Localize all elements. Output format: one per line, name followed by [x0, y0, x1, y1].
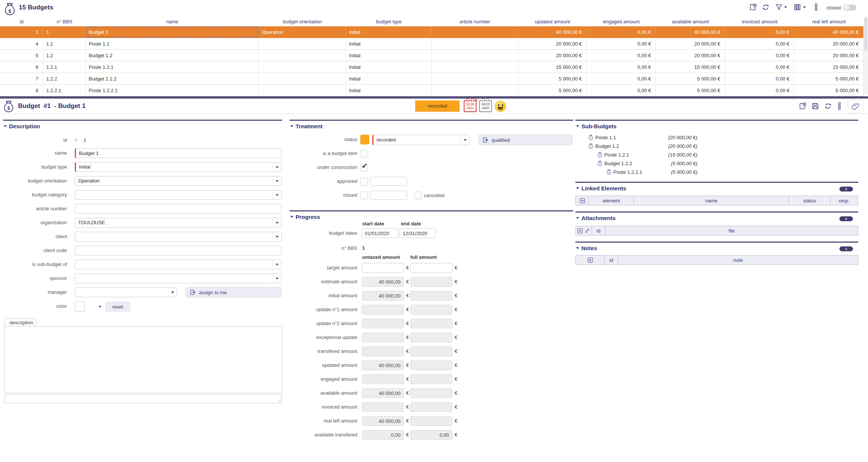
select-dropdown[interactable] — [273, 274, 281, 283]
untaxed-amount-input[interactable]: 0,00 — [362, 430, 404, 440]
full-amount-input[interactable]: 0,00 — [410, 430, 452, 440]
full-amount-input[interactable] — [410, 319, 452, 328]
cell-engaged-amount[interactable]: 0,00 € — [587, 38, 656, 49]
refresh-button[interactable] — [762, 3, 770, 11]
cell-engaged-amount[interactable]: 0,00 € — [587, 85, 656, 96]
cell-budget-type[interactable]: Initial — [346, 26, 432, 38]
sub-budget-item[interactable]: $Poste 1.1(20 000,00 €) — [588, 133, 859, 141]
cell-bbs[interactable]: 1 — [43, 26, 86, 38]
column-header-available[interactable]: available amount — [656, 19, 725, 24]
cell-article-number[interactable] — [432, 85, 518, 96]
untaxed-amount-input[interactable] — [362, 263, 404, 273]
cell-real-left-amount[interactable]: 5 000,00 € — [794, 85, 863, 96]
cell-name[interactable]: Budget 1.2 — [86, 50, 259, 61]
status-select[interactable]: recorded — [372, 135, 470, 145]
column-header-file[interactable]: file — [605, 226, 858, 236]
cell-budget-orientation[interactable] — [259, 61, 346, 73]
detail-menu-button[interactable] — [838, 102, 842, 110]
collapse-icon[interactable] — [290, 216, 293, 218]
start-date-input[interactable]: 01/01/2020 — [361, 228, 398, 238]
client-code-input[interactable] — [75, 246, 282, 255]
full-amount-input[interactable] — [410, 388, 452, 398]
cell-name[interactable]: Budget 1.2.2 — [86, 73, 259, 84]
cell-budget-orientation[interactable] — [259, 38, 346, 49]
cell-budget-type[interactable]: Initial — [346, 50, 432, 61]
cell-article-number[interactable] — [432, 38, 518, 49]
columns-button[interactable] — [793, 3, 801, 11]
closed-date-input[interactable] — [370, 191, 407, 200]
table-row[interactable]: 41.1Poste 1.1Initial20 000,00 €0,00 €20 … — [0, 38, 863, 50]
attach-file-button[interactable] — [848, 100, 863, 113]
untaxed-amount-input[interactable]: 40 000,00 — [362, 360, 404, 370]
column-header-real_left[interactable]: real left amount — [794, 19, 863, 24]
full-amount-input[interactable] — [410, 263, 452, 273]
filter-caret-icon[interactable] — [784, 6, 787, 8]
columns-caret-icon[interactable] — [803, 6, 806, 8]
column-header-id[interactable]: id — [592, 226, 605, 236]
resize-grip[interactable] — [277, 398, 281, 402]
cell-updated-amount[interactable]: 15 000,00 € — [518, 61, 587, 73]
save-button[interactable] — [811, 102, 819, 110]
cell-available-amount[interactable]: 20 000,00 € — [656, 38, 725, 49]
column-header-element[interactable]: element — [589, 196, 634, 205]
select-dropdown[interactable] — [273, 190, 281, 199]
feedback-smiley-icon[interactable] — [495, 100, 506, 112]
cell-article-number[interactable] — [432, 73, 518, 84]
description-textarea[interactable] — [5, 326, 282, 393]
name-input[interactable]: Budget 1 — [75, 148, 282, 158]
column-header-article[interactable]: article number — [432, 19, 518, 24]
collapse-icon[interactable] — [576, 187, 579, 189]
cell-budget-orientation[interactable]: Operation — [259, 26, 346, 38]
full-amount-input[interactable] — [410, 346, 452, 356]
closed-checkbox[interactable] — [360, 191, 368, 199]
untaxed-amount-input[interactable]: 40 000,00 — [362, 291, 404, 301]
cell-article-number[interactable] — [432, 26, 518, 38]
cell-available-amount[interactable]: 5 000,00 € — [656, 85, 725, 96]
select-dropdown[interactable] — [273, 176, 281, 185]
cell-article-number[interactable] — [432, 50, 518, 61]
is-a-budget-item-checkbox[interactable] — [360, 150, 368, 158]
cell-invoiced-amount[interactable]: 0,00 € — [725, 61, 794, 73]
full-amount-input[interactable] — [410, 333, 452, 342]
cell-budget-orientation[interactable] — [259, 85, 346, 96]
cell-invoiced-amount[interactable]: 0,00 € — [725, 26, 794, 38]
cell-updated-amount[interactable]: 40 000,00 € — [518, 26, 587, 38]
cell-bbs[interactable]: 1.1 — [43, 38, 86, 49]
reset-color-button[interactable]: reset — [105, 302, 130, 312]
creation-calendar[interactable]: 04/10 2020 — [479, 100, 492, 112]
column-header-engaged[interactable]: engaged amount — [587, 19, 656, 24]
column-header-name[interactable]: name — [86, 19, 259, 24]
full-amount-input[interactable] — [410, 305, 452, 315]
cell-budget-type[interactable]: Initial — [346, 61, 432, 73]
scrollbar-thumb[interactable] — [864, 17, 867, 51]
cell-name[interactable]: Poste 1.1 — [86, 38, 259, 49]
organization-select[interactable]: TOULOUSE — [75, 218, 282, 228]
budget-orientation-select[interactable]: Operation — [75, 176, 282, 186]
new-button[interactable] — [798, 102, 807, 110]
collapse-icon[interactable] — [576, 247, 579, 249]
article-number-input[interactable] — [75, 204, 282, 214]
budget-category-select[interactable] — [75, 190, 282, 200]
cell-name[interactable]: Budget 1 — [86, 26, 259, 38]
table-row[interactable]: 51.2Budget 1.2Initial20 000,00 €0,00 €20… — [0, 50, 863, 61]
cell-id[interactable]: 8 — [0, 85, 43, 96]
color-value-box[interactable] — [75, 301, 85, 312]
full-amount-input[interactable] — [410, 277, 452, 287]
untaxed-amount-input[interactable] — [362, 346, 404, 356]
column-header-resp-[interactable]: resp. — [830, 196, 858, 205]
approved-checkbox[interactable] — [360, 178, 368, 185]
approved-date-input[interactable] — [370, 177, 407, 186]
add-row-button[interactable] — [575, 255, 605, 265]
manager-select[interactable] — [75, 287, 177, 297]
full-amount-input[interactable] — [410, 291, 452, 301]
collapse-icon[interactable] — [576, 125, 579, 127]
column-header-invoiced[interactable]: invoiced amount — [725, 19, 794, 24]
table-row[interactable]: 61.2.1Poste 1.2.1Initial15 000,00 €0,00 … — [0, 61, 863, 73]
cancelled-checkbox[interactable] — [414, 191, 422, 199]
column-header-updated[interactable]: updated amount — [518, 19, 587, 24]
untaxed-amount-input[interactable] — [362, 305, 404, 315]
cell-id[interactable]: 6 — [0, 61, 43, 73]
cell-name[interactable]: Poste 1.2.1 — [86, 61, 259, 73]
cell-updated-amount[interactable]: 20 000,00 € — [518, 50, 587, 61]
untaxed-amount-input[interactable] — [362, 374, 404, 384]
